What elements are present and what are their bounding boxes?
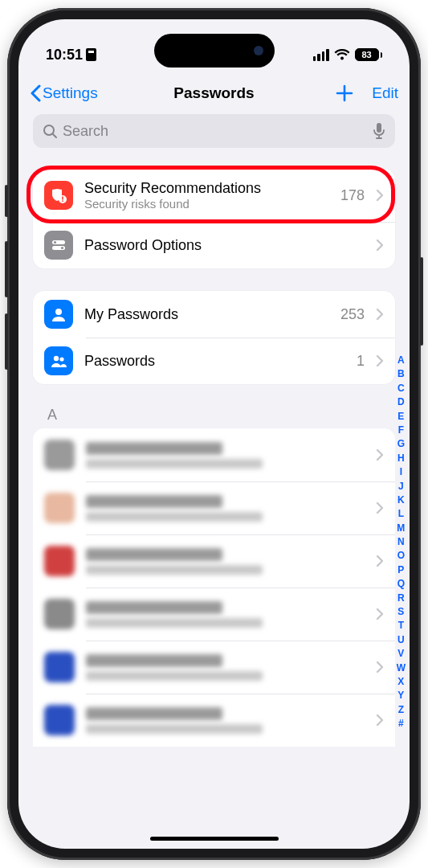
- entry-title-redacted: [86, 548, 222, 561]
- security-recommendations-row[interactable]: Security Recommendations Security risks …: [33, 169, 395, 222]
- chevron-right-icon: [376, 714, 384, 727]
- site-favicon: [44, 440, 75, 470]
- index-letter[interactable]: N: [397, 535, 406, 549]
- index-letter[interactable]: I: [397, 465, 406, 479]
- site-favicon: [44, 652, 75, 682]
- alphabet-index[interactable]: ABCDEFGHIJKLMNOPQRSTUVWXYZ#: [397, 354, 406, 731]
- index-letter[interactable]: U: [397, 633, 406, 647]
- entry-title-redacted: [86, 707, 222, 720]
- row-title: Password Options: [84, 236, 365, 255]
- svg-point-7: [55, 309, 62, 315]
- index-letter[interactable]: Z: [397, 703, 406, 717]
- index-letter[interactable]: Y: [397, 689, 406, 702]
- back-button[interactable]: Settings: [30, 84, 98, 102]
- status-time: 10:51: [46, 47, 83, 63]
- row-count: 1: [357, 353, 365, 370]
- dynamic-island: [154, 34, 275, 68]
- index-letter[interactable]: J: [397, 480, 406, 493]
- password-entry-row[interactable]: [33, 588, 395, 641]
- edit-button[interactable]: Edit: [372, 84, 398, 102]
- navbar: Settings Passwords Edit: [18, 72, 410, 114]
- index-letter[interactable]: H: [397, 452, 406, 465]
- chevron-right-icon: [376, 189, 384, 202]
- entry-subtitle-redacted: [86, 512, 263, 522]
- section-header-a: A: [33, 407, 395, 428]
- password-entry-row[interactable]: [33, 428, 395, 481]
- chevron-right-icon: [376, 502, 384, 514]
- entry-subtitle-redacted: [86, 618, 263, 628]
- row-count: 178: [340, 187, 365, 204]
- index-letter[interactable]: S: [397, 605, 406, 619]
- battery-icon: 83: [355, 48, 383, 61]
- password-entry-row[interactable]: [33, 534, 395, 588]
- entry-title-redacted: [86, 601, 222, 614]
- index-letter[interactable]: Q: [397, 577, 406, 591]
- search-placeholder: Search: [63, 123, 368, 140]
- password-entry-row[interactable]: [33, 694, 395, 747]
- index-letter[interactable]: A: [397, 354, 406, 367]
- people-icon: [44, 346, 73, 375]
- entry-title-redacted: [86, 495, 222, 508]
- index-letter[interactable]: T: [397, 619, 406, 633]
- site-favicon: [44, 493, 75, 523]
- back-label: Settings: [43, 84, 98, 102]
- index-letter[interactable]: P: [397, 563, 406, 577]
- my-passwords-row[interactable]: My Passwords 253: [33, 291, 395, 338]
- toggles-icon: [44, 231, 73, 260]
- index-letter[interactable]: G: [397, 437, 406, 451]
- entry-subtitle-redacted: [86, 565, 263, 575]
- row-title: Passwords: [84, 352, 345, 371]
- row-subtitle: Security risks found: [84, 197, 329, 211]
- person-icon: [44, 300, 73, 329]
- index-letter[interactable]: M: [397, 522, 406, 535]
- chevron-right-icon: [376, 308, 384, 321]
- index-letter[interactable]: X: [397, 675, 406, 689]
- svg-rect-1: [377, 123, 381, 133]
- index-letter[interactable]: W: [397, 661, 406, 675]
- site-favicon: [44, 599, 75, 629]
- cellular-icon: [313, 49, 329, 61]
- row-title: My Passwords: [84, 305, 329, 324]
- shield-warning-icon: [44, 181, 73, 210]
- search-field[interactable]: Search: [33, 114, 395, 148]
- add-button[interactable]: [335, 84, 354, 103]
- index-letter[interactable]: B: [397, 367, 406, 381]
- index-letter[interactable]: L: [397, 507, 406, 521]
- search-icon: [43, 124, 58, 139]
- svg-point-0: [44, 125, 54, 135]
- sim-icon: [86, 48, 96, 61]
- wifi-icon: [334, 49, 350, 61]
- index-letter[interactable]: V: [397, 647, 406, 661]
- svg-point-8: [54, 356, 59, 361]
- chevron-right-icon: [376, 661, 384, 674]
- mic-icon[interactable]: [373, 122, 385, 140]
- entry-subtitle-redacted: [86, 459, 263, 469]
- chevron-right-icon: [376, 555, 384, 567]
- index-letter[interactable]: E: [397, 410, 406, 424]
- index-letter[interactable]: F: [397, 424, 406, 437]
- chevron-right-icon: [376, 354, 384, 367]
- password-entry-row[interactable]: [33, 481, 395, 534]
- shared-passwords-row[interactable]: Passwords 1: [33, 338, 395, 384]
- index-letter[interactable]: O: [397, 549, 406, 563]
- index-letter[interactable]: D: [397, 395, 406, 409]
- svg-point-9: [59, 357, 63, 361]
- home-indicator[interactable]: [150, 837, 279, 841]
- chevron-left-icon: [30, 84, 41, 102]
- index-letter[interactable]: C: [397, 382, 406, 395]
- svg-point-6: [61, 247, 63, 249]
- chevron-right-icon: [376, 239, 384, 252]
- entry-subtitle-redacted: [86, 671, 263, 681]
- site-favicon: [44, 705, 75, 735]
- entry-title-redacted: [86, 654, 222, 667]
- entry-title-redacted: [86, 442, 222, 455]
- svg-point-4: [54, 241, 56, 244]
- chevron-right-icon: [376, 608, 384, 620]
- index-letter[interactable]: R: [397, 592, 406, 605]
- entry-subtitle-redacted: [86, 724, 263, 734]
- index-letter[interactable]: K: [397, 493, 406, 507]
- password-options-row[interactable]: Password Options: [33, 222, 395, 268]
- index-letter[interactable]: #: [397, 717, 406, 731]
- row-count: 253: [340, 306, 365, 323]
- password-entry-row[interactable]: [33, 641, 395, 694]
